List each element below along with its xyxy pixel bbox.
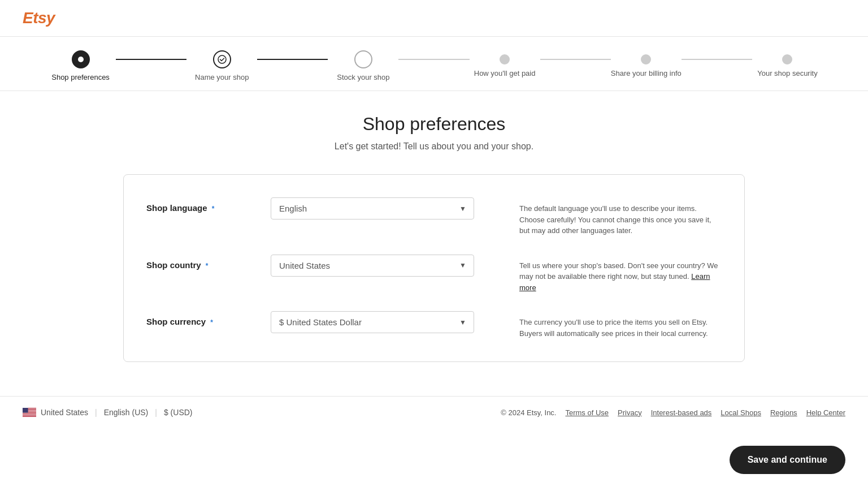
etsy-logo: Etsy	[23, 9, 55, 27]
step-label-your-shop-security: Your shop security	[757, 69, 817, 77]
step-label-name-your-shop: Name your shop	[195, 73, 249, 81]
shop-language-select[interactable]: English French German Spanish	[271, 197, 474, 219]
page-subtitle: Let's get started! Tell us about you and…	[106, 141, 762, 152]
field-shop-currency: $ United States Dollar € Euro £ British …	[271, 311, 474, 333]
label-shop-currency: Shop currency *	[146, 311, 271, 326]
form-row-country: Shop country * United States United King…	[146, 255, 722, 294]
hint-shop-currency: The currency you'll use to price the ite…	[519, 311, 722, 339]
save-and-continue-button[interactable]: Save and continue	[730, 446, 845, 474]
label-shop-language: Shop language *	[146, 197, 271, 213]
footer-link-regions[interactable]: Regions	[770, 408, 797, 417]
footer-copyright: © 2024 Etsy, Inc.	[501, 408, 556, 417]
select-wrapper-country: United States United Kingdom Canada Aust…	[271, 255, 474, 277]
connector-5	[682, 59, 752, 60]
step-circle-your-shop-security	[782, 54, 792, 64]
hint-shop-country: Tell us where your shop's based. Don't s…	[519, 255, 722, 294]
field-shop-country: United States United Kingdom Canada Aust…	[271, 255, 474, 277]
shop-country-select[interactable]: United States United Kingdom Canada Aust…	[271, 255, 474, 277]
step-share-your-billing-info: Share your billing info	[611, 54, 682, 77]
connector-4	[540, 59, 611, 60]
footer-divider-2: |	[155, 408, 157, 417]
footer-link-local-shops[interactable]: Local Shops	[721, 408, 761, 417]
step-shop-preferences: Shop preferences	[45, 50, 116, 81]
footer-divider-1: |	[95, 408, 97, 417]
step-how-youll-get-paid: How you'll get paid	[470, 54, 540, 77]
save-button-container: Save and continue	[730, 446, 845, 474]
svg-rect-10	[23, 414, 36, 414]
footer-locale: United States | English (US) | $ (USD)	[23, 408, 193, 417]
footer-locale-text: United States	[41, 408, 88, 417]
required-dot-language: *	[212, 205, 215, 213]
form-card: Shop language * English French German Sp…	[123, 174, 745, 362]
progress-nav: Shop preferences Name your shop Stock yo…	[0, 37, 868, 91]
footer-currency-text: $ (USD)	[164, 408, 193, 417]
shop-currency-select[interactable]: $ United States Dollar € Euro £ British …	[271, 311, 474, 333]
svg-rect-9	[23, 413, 36, 414]
step-circle-name-your-shop	[213, 50, 231, 68]
svg-point-1	[218, 55, 226, 63]
step-stock-your-shop: Stock your shop	[328, 50, 398, 81]
required-dot-country: *	[206, 262, 209, 270]
step-label-how-youll-get-paid: How you'll get paid	[474, 69, 536, 77]
main-content: Shop preferences Let's get started! Tell…	[95, 91, 773, 396]
footer-link-interest-ads[interactable]: Interest-based ads	[651, 408, 712, 417]
select-wrapper-currency: $ United States Dollar € Euro £ British …	[271, 311, 474, 333]
step-name-your-shop: Name your shop	[186, 50, 257, 81]
steps-wrapper: Shop preferences Name your shop Stock yo…	[45, 50, 823, 81]
svg-rect-13	[23, 416, 36, 416]
step-label-share-your-billing-info: Share your billing info	[611, 69, 682, 77]
footer-links: © 2024 Etsy, Inc. Terms of Use Privacy I…	[501, 408, 845, 417]
hint-shop-language: The default language you'll use to descr…	[519, 197, 722, 236]
connector-2	[257, 59, 328, 60]
connector-1	[116, 59, 186, 60]
footer-link-terms[interactable]: Terms of Use	[565, 408, 609, 417]
step-circle-share-your-billing-info	[641, 54, 651, 64]
form-row-currency: Shop currency * $ United States Dollar €…	[146, 311, 722, 339]
footer-link-privacy[interactable]: Privacy	[618, 408, 642, 417]
page-title: Shop preferences	[106, 114, 762, 135]
label-shop-country: Shop country *	[146, 255, 271, 270]
step-label-shop-preferences: Shop preferences	[51, 73, 110, 81]
svg-rect-12	[23, 415, 36, 415]
connector-3	[398, 59, 469, 60]
step-circle-stock-your-shop	[354, 50, 372, 68]
footer-language-text: English (US)	[104, 408, 149, 417]
select-wrapper-language: English French German Spanish ▼	[271, 197, 474, 219]
field-shop-language: English French German Spanish ▼	[271, 197, 474, 219]
footer-link-help[interactable]: Help Center	[806, 408, 845, 417]
svg-point-0	[78, 57, 84, 62]
us-flag-icon	[23, 408, 36, 417]
step-your-shop-security: Your shop security	[752, 54, 823, 77]
form-row-language: Shop language * English French German Sp…	[146, 197, 722, 236]
header: Etsy	[0, 0, 868, 37]
step-circle-how-youll-get-paid	[500, 54, 510, 64]
svg-rect-11	[23, 414, 36, 415]
footer: United States | English (US) | $ (USD) ©…	[0, 396, 868, 428]
step-circle-shop-preferences	[72, 50, 90, 68]
svg-rect-15	[23, 408, 28, 413]
required-dot-currency: *	[210, 318, 213, 326]
step-label-stock-your-shop: Stock your shop	[337, 73, 389, 81]
svg-rect-14	[23, 416, 36, 417]
